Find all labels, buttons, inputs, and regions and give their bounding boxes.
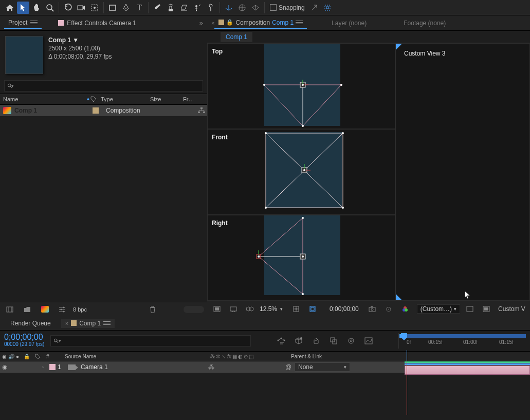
local-axis-icon[interactable]: [223, 2, 235, 14]
fast-preview-icon[interactable]: [480, 303, 492, 315]
composition-title[interactable]: Comp 1 ▼: [48, 36, 112, 44]
view-front[interactable]: Front: [207, 129, 395, 215]
snapping-checkbox[interactable]: [270, 4, 277, 11]
project-empty-area[interactable]: [0, 116, 207, 302]
comp-flowchart-icon[interactable]: [275, 335, 287, 347]
footer-view-name[interactable]: Custom V: [498, 305, 525, 313]
type-tool-icon[interactable]: T: [133, 2, 145, 14]
layer-name[interactable]: Camera 1: [76, 363, 208, 371]
svg-rect-25: [198, 112, 200, 113]
project-slider[interactable]: [184, 306, 204, 313]
home-icon[interactable]: [4, 2, 16, 14]
composition-name-link[interactable]: Comp 1: [272, 19, 294, 26]
timeline-comp-tab[interactable]: × Comp 1: [61, 319, 115, 328]
project-tab[interactable]: Project: [4, 17, 42, 29]
view-right[interactable]: Right: [207, 215, 395, 301]
timeline-menu-icon[interactable]: [103, 321, 111, 325]
timecode-display[interactable]: 0;00;00;00: [4, 334, 44, 341]
source-name-column[interactable]: Source Name: [61, 354, 210, 359]
snapping-toggle[interactable]: Snapping: [270, 4, 305, 11]
column-type[interactable]: Type: [101, 96, 150, 102]
layer-label-color[interactable]: [49, 364, 56, 370]
layer-tab[interactable]: Layer (none): [332, 20, 367, 27]
project-search-input[interactable]: ⚲ ▾: [4, 80, 203, 92]
magnification-icon[interactable]: [211, 303, 223, 315]
column-name[interactable]: Name▲: [3, 96, 90, 102]
snap-option-1-icon[interactable]: [308, 2, 320, 14]
hand-tool-icon[interactable]: [30, 2, 43, 14]
column-size[interactable]: Size: [150, 96, 183, 102]
switches-columns[interactable]: ⁂✲⟍fx▦◐⊙⬚: [210, 354, 287, 359]
timeline-tab-close-icon[interactable]: ×: [65, 320, 68, 326]
clone-stamp-icon[interactable]: [165, 2, 177, 14]
footage-tab[interactable]: Footage (none): [404, 20, 446, 27]
lock-icon[interactable]: 🔒: [226, 19, 233, 26]
new-folder-icon[interactable]: [21, 303, 33, 316]
render-queue-tab[interactable]: Render Queue: [6, 319, 55, 328]
project-item-row[interactable]: Comp 1 Composition: [0, 105, 207, 116]
composition-thumbnail[interactable]: [5, 36, 43, 74]
composition-tab[interactable]: 🔒 Composition Comp 1: [214, 17, 307, 29]
frame-blend-icon[interactable]: [327, 335, 340, 347]
pen-tool-icon[interactable]: [120, 2, 132, 14]
snapshot-icon[interactable]: [366, 303, 378, 315]
grid-icon[interactable]: [290, 303, 302, 315]
puppet-pin-icon[interactable]: [205, 2, 217, 14]
layer-visibility-icon[interactable]: ◉: [2, 363, 7, 371]
orbit-camera-icon[interactable]: [62, 2, 74, 14]
flowchart-icon[interactable]: [198, 107, 205, 114]
snap-option-2-icon[interactable]: [321, 2, 334, 14]
twirl-icon[interactable]: ›: [42, 364, 47, 370]
panels-overflow-icon[interactable]: »: [199, 19, 203, 27]
project-item-tag[interactable]: [93, 107, 99, 114]
footer-timecode[interactable]: 0;00;00;00: [330, 305, 359, 313]
panel-menu-icon[interactable]: [30, 21, 38, 24]
pickwhip-icon[interactable]: @: [285, 363, 295, 371]
bit-depth-label[interactable]: 8 bpc: [73, 306, 87, 313]
layer-duration-bar[interactable]: [405, 366, 530, 375]
current-time[interactable]: 0;00;00;00 00000 (29.97 fps): [4, 334, 44, 348]
view-layout-dropdown[interactable]: (Custom…)▾: [417, 304, 460, 314]
zoom-level[interactable]: 12.5%: [260, 305, 277, 313]
mask-visibility-icon[interactable]: [244, 303, 256, 315]
shy-icon[interactable]: [310, 335, 322, 347]
track-camera-icon[interactable]: [75, 2, 87, 14]
parent-column[interactable]: Parent & Link: [287, 354, 359, 359]
channel-icon[interactable]: ⊙: [382, 303, 395, 315]
column-framerate[interactable]: Fr…: [183, 96, 194, 102]
view-custom[interactable]: Custom View 3: [395, 43, 530, 301]
rectangle-tool-icon[interactable]: [106, 2, 119, 14]
timeline-ruler[interactable]: 0f 00:15f 01:00f 01:15f: [398, 333, 526, 349]
project-settings-icon[interactable]: [56, 303, 68, 316]
timeline-track-area[interactable]: [403, 364, 530, 374]
brush-tool-icon[interactable]: [151, 2, 163, 14]
new-comp-icon[interactable]: [39, 303, 51, 316]
label-column-icon[interactable]: [35, 354, 46, 359]
guides-icon[interactable]: [306, 303, 319, 315]
motion-blur-icon[interactable]: [345, 335, 357, 347]
column-tag-icon[interactable]: [90, 96, 101, 102]
parent-dropdown[interactable]: None▾: [295, 362, 350, 372]
toggle-pixel-ar-icon[interactable]: [464, 303, 476, 315]
interpret-footage-icon[interactable]: [4, 303, 16, 316]
roto-brush-icon[interactable]: [191, 2, 204, 14]
timeline-search-input[interactable]: ⚲▾: [50, 335, 251, 346]
world-axis-icon[interactable]: [236, 2, 248, 14]
trash-icon[interactable]: [147, 303, 159, 316]
lock-column-icon[interactable]: 🔒: [24, 354, 35, 359]
number-column[interactable]: #: [46, 354, 61, 359]
comp-panel-menu-icon[interactable]: [296, 21, 303, 24]
eraser-tool-icon[interactable]: [178, 2, 190, 14]
effect-controls-tab[interactable]: Effect Controls Camera 1: [54, 18, 140, 28]
comp-subtab[interactable]: Comp 1: [221, 32, 252, 42]
view-top[interactable]: Top: [207, 43, 395, 129]
rotate-tool-icon[interactable]: [88, 2, 101, 14]
graph-editor-icon[interactable]: [362, 335, 375, 347]
resolution-icon[interactable]: [227, 303, 240, 315]
color-mgmt-icon[interactable]: [399, 303, 411, 315]
draft-3d-icon[interactable]: [293, 335, 305, 347]
av-columns[interactable]: ◉🔊●: [2, 354, 24, 359]
selection-tool-icon[interactable]: [17, 2, 29, 14]
zoom-tool-icon[interactable]: [44, 2, 56, 14]
view-axis-icon[interactable]: [249, 2, 262, 14]
